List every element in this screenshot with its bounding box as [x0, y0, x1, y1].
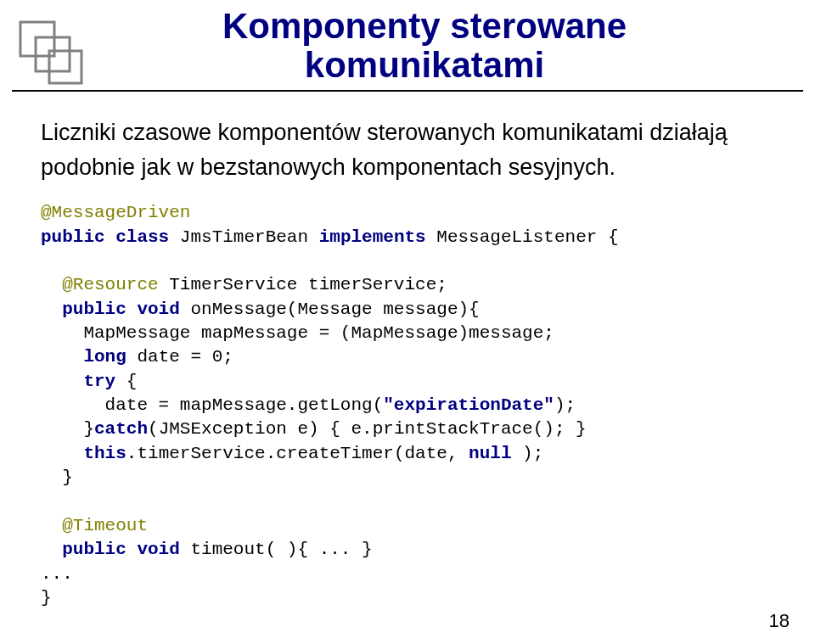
code-keyword: try: [41, 372, 115, 391]
code-text: ...: [41, 564, 73, 584]
code-keyword: long: [41, 347, 126, 367]
code-text: JmsTimerBean: [169, 227, 318, 247]
code-text: );: [512, 444, 544, 463]
code-keyword: catch: [94, 419, 148, 439]
title-line-2: komunikatami: [85, 46, 764, 85]
code-text: }: [41, 419, 94, 439]
code-keyword: public class: [41, 227, 169, 247]
title-line-1: Komponenty sterowane: [85, 7, 764, 46]
code-annotation: @Timeout: [41, 516, 148, 535]
slide: Komponenty sterowane komunikatami Liczni…: [0, 0, 815, 644]
code-text: .timerService.createTimer(date,: [126, 444, 469, 463]
code-keyword: public void: [41, 540, 180, 559]
code-text: date = 0;: [126, 347, 233, 367]
code-text: TimerService timerService;: [159, 275, 447, 294]
code-text: onMessage(Message message){: [180, 300, 480, 319]
body: Liczniki czasowe komponentów sterowanych…: [0, 92, 815, 610]
title-block: Komponenty sterowane komunikatami: [85, 7, 764, 85]
code-string: "expirationDate": [383, 395, 554, 415]
code-text: (JMSException e) { e.printStackTrace(); …: [148, 419, 587, 439]
header-divider: [12, 90, 803, 92]
code-keyword: this: [41, 444, 126, 463]
code-text: );: [554, 395, 576, 415]
header: Komponenty sterowane komunikatami: [0, 0, 815, 92]
code-keyword: public void: [41, 300, 180, 319]
code-keyword: null: [469, 444, 511, 463]
code-annotation: @MessageDriven: [41, 203, 190, 222]
intro-paragraph: Liczniki czasowe komponentów sterowanych…: [41, 115, 774, 184]
code-text: }: [41, 588, 52, 608]
code-text: MessageListener {: [426, 227, 619, 247]
overlapping-squares-icon: [15, 17, 87, 92]
code-text: {: [115, 372, 137, 391]
code-block: @MessageDriven public class JmsTimerBean…: [41, 201, 774, 610]
code-text: }: [41, 468, 73, 487]
code-keyword: implements: [319, 227, 426, 247]
code-text: timeout( ){ ... }: [180, 540, 373, 559]
code-text: MapMessage mapMessage = (MapMessage)mess…: [41, 323, 554, 343]
code-text: date = mapMessage.getLong(: [41, 395, 383, 415]
code-annotation: @Resource: [41, 275, 159, 294]
svg-rect-1: [36, 37, 70, 71]
page-number: 18: [769, 610, 790, 632]
